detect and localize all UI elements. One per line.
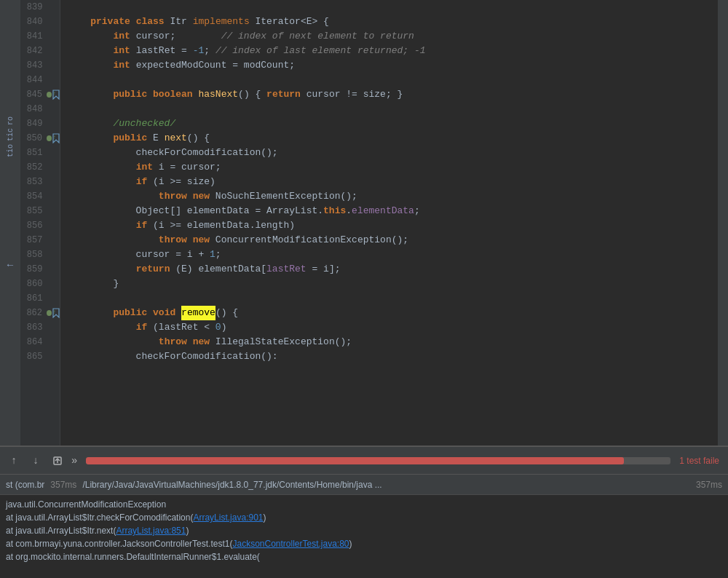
code-line-854: throw new NoSuchElementException(); <box>68 189 718 204</box>
code-token: throw <box>159 233 187 248</box>
code-token <box>68 131 113 146</box>
editor-area: ro tic tio ← 839840841842843844845848849… <box>0 0 728 446</box>
code-token: -1 <box>193 44 205 58</box>
line-number-843: 843 <box>20 60 47 71</box>
export-button[interactable] <box>50 453 66 469</box>
line-number-853: 853 <box>20 177 47 187</box>
line-marker-842 <box>47 44 60 58</box>
code-token <box>68 15 90 29</box>
line-marker-860 <box>47 277 60 291</box>
code-content: private class Itr implements Iterator<E>… <box>60 0 718 446</box>
highlighted-method: remove <box>181 306 215 320</box>
gutter-row-862: 862 <box>20 306 60 320</box>
more-button[interactable]: » <box>71 455 77 467</box>
code-token: return <box>266 87 301 102</box>
code-token: . <box>346 204 352 218</box>
code-token: Itr <box>165 15 193 29</box>
gutter-row-852: 852 <box>20 160 60 175</box>
down-button[interactable]: ↓ <box>28 453 44 469</box>
code-token: cursor = i + <box>68 248 210 262</box>
code-line-863: if (lastRet < 0) <box>68 320 718 335</box>
line-marker-855 <box>47 204 60 218</box>
line-number-864: 864 <box>20 337 47 347</box>
code-token: i = cursor; <box>153 160 221 175</box>
line-marker-839 <box>47 0 60 15</box>
stack-trace-link-3[interactable]: JacksonControllerTest.java:80 <box>232 539 349 549</box>
gutter-row-864: 864 <box>20 335 60 349</box>
code-token: int <box>113 44 130 58</box>
breakpoint-dot-862[interactable] <box>47 310 52 316</box>
line-marker-858 <box>47 248 60 262</box>
test-status-label: 1 test faile <box>679 456 722 466</box>
code-token <box>68 0 84 15</box>
error-line-5: at org.mockito.internal.runners.DefaultI… <box>6 550 722 563</box>
code-token: ) <box>221 320 227 335</box>
gutter-row-851: 851 <box>20 146 60 160</box>
code-token: 0 <box>215 320 221 335</box>
line-number-850: 850 <box>20 133 47 143</box>
code-token: public <box>113 306 147 320</box>
line-marker-862 <box>47 306 60 320</box>
code-token: } <box>68 277 119 291</box>
breakpoint-dot-850[interactable] <box>47 135 52 141</box>
gutter-row-856: 856 <box>20 218 60 233</box>
code-token: // index of last element returned; -1 <box>215 44 426 58</box>
stack-trace-link-2[interactable]: ArrayList.java:851 <box>116 526 186 536</box>
code-token <box>147 87 153 102</box>
bottom-toolbar: ↑ ↓ » 1 test faile <box>0 447 728 475</box>
side-label-tic: tic <box>7 128 15 141</box>
code-token <box>68 335 159 349</box>
code-token: E <box>147 131 164 146</box>
line-number-856: 856 <box>20 221 47 231</box>
code-token <box>130 15 136 29</box>
line-number-841: 841 <box>20 31 47 41</box>
code-line-850: public E next() { <box>68 131 718 146</box>
gutter-row-853: 853 <box>20 175 60 189</box>
line-number-854: 854 <box>20 191 47 202</box>
line-number-857: 857 <box>20 235 47 245</box>
code-line-844 <box>68 73 718 87</box>
stack-trace-prefix-4: at org.mockito.internal.runners.DefaultI… <box>6 552 260 562</box>
line-number-851: 851 <box>20 148 47 158</box>
line-marker-848 <box>47 102 60 116</box>
gutter-row-855: 855 <box>20 204 60 218</box>
code-token: int <box>113 58 130 73</box>
side-label-ro: ro <box>7 116 15 125</box>
line-marker-845 <box>47 87 60 102</box>
code-token: lastRet = <box>130 44 193 58</box>
line-number-861: 861 <box>20 293 47 304</box>
nav-left-arrow[interactable]: ← <box>7 259 13 271</box>
code-line-849: /unchecked/ <box>68 116 718 131</box>
scrollbar[interactable] <box>718 0 728 446</box>
line-marker-865 <box>47 349 60 364</box>
code-token: 1 <box>210 248 215 262</box>
code-token <box>68 160 136 175</box>
stack-trace-suffix-2: ) <box>186 526 189 536</box>
line-marker-851 <box>47 146 60 160</box>
breakpoint-dot-845[interactable] <box>47 92 52 98</box>
line-marker-863 <box>47 320 60 335</box>
code-token <box>187 233 193 248</box>
line-number-855: 855 <box>20 206 47 216</box>
code-token: /unchecked/ <box>68 116 175 131</box>
line-number-839: 839 <box>20 2 47 12</box>
code-line-839 <box>68 0 718 15</box>
code-token: Object[] elementData = ArrayList. <box>68 204 323 218</box>
code-token: () { <box>187 131 210 146</box>
progress-bar-fill <box>86 457 624 464</box>
up-button[interactable]: ↑ <box>6 453 22 469</box>
code-token: next <box>165 131 187 146</box>
code-line-856: if (i >= elementData.length) <box>68 218 718 233</box>
stack-trace-link-1[interactable]: ArrayList.java:901 <box>193 512 263 523</box>
code-token <box>187 189 193 204</box>
line-number-849: 849 <box>20 119 47 129</box>
code-token <box>68 218 136 233</box>
code-token: new <box>193 233 210 248</box>
error-line-4: at com.brmayi.yuna.controller.JacksonCon… <box>6 537 722 550</box>
gutter-row-850: 850 <box>20 131 60 146</box>
code-line-861 <box>68 291 718 306</box>
gutter-row-848: 848 <box>20 102 60 116</box>
line-marker-843 <box>47 58 60 73</box>
code-token: if <box>136 320 148 335</box>
code-line-862: public void remove() { <box>68 306 718 320</box>
